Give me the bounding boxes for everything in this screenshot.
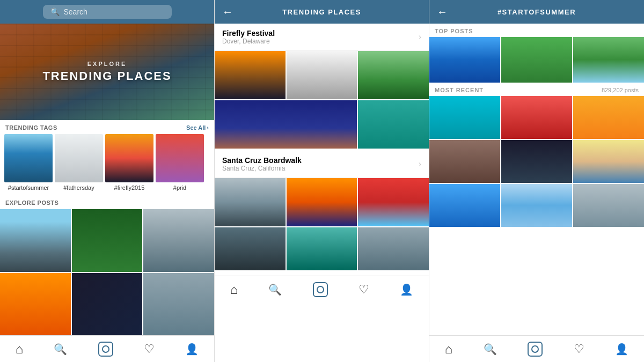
top-post-thumb[interactable] (573, 37, 644, 83)
nav-camera[interactable] (522, 339, 548, 359)
chevron-right-icon: › (419, 159, 421, 169)
recent-thumb[interactable] (573, 140, 644, 183)
place-location: Dover, Delaware (222, 38, 275, 45)
camera-icon (98, 342, 113, 357)
santacruz-photos (215, 178, 429, 226)
hero-text: EXPLORE TRENDING PLACES (42, 61, 171, 83)
nav-home[interactable]: ⌂ (440, 339, 458, 359)
tag-item[interactable]: #startofsummer (4, 134, 53, 191)
see-all-button[interactable]: See All › (186, 124, 209, 131)
mid-bottom-nav: ⌂ 🔍 ♡ 👤 (215, 276, 429, 302)
chevron-right-icon: › (207, 124, 209, 131)
photo-thumb[interactable] (287, 227, 357, 276)
search-nav-icon: 🔍 (268, 283, 282, 296)
post-cell[interactable] (143, 273, 214, 336)
back-arrow-icon[interactable]: ← (222, 6, 233, 18)
photo-thumb[interactable] (287, 51, 357, 99)
nav-search[interactable]: 🔍 (478, 341, 502, 358)
left-panel: 🔍 Search EXPLORE TRENDING PLACES TRENDIN… (0, 0, 215, 362)
photo-thumb[interactable] (358, 100, 429, 149)
tag-item[interactable]: #prid (156, 134, 204, 191)
recent-thumb[interactable] (429, 140, 500, 183)
profile-icon: 👤 (615, 343, 628, 356)
camera-icon (528, 342, 543, 357)
tag-thumb (4, 134, 53, 182)
post-cell[interactable] (0, 273, 71, 336)
post-cell[interactable] (72, 209, 143, 272)
top-post-thumb[interactable] (501, 37, 572, 83)
nav-heart[interactable]: ♡ (353, 280, 375, 299)
photo-thumb[interactable] (358, 227, 429, 276)
photo-thumb[interactable] (215, 51, 286, 99)
nav-profile[interactable]: 👤 (610, 341, 634, 358)
explore-posts-label: EXPLORE POSTS (5, 200, 58, 206)
nav-heart[interactable]: ♡ (138, 340, 160, 358)
top-posts-label: TOP POSTS (429, 24, 644, 37)
see-all-text: See All (186, 124, 206, 131)
heart-icon: ♡ (144, 342, 155, 356)
post-cell[interactable] (143, 209, 214, 272)
recent-thumb[interactable] (501, 140, 572, 183)
bottom-nav: ⌂ 🔍 ♡ 👤 (0, 335, 214, 362)
back-arrow-icon[interactable]: ← (437, 6, 448, 18)
hero-main-label: TRENDING PLACES (42, 69, 171, 83)
nav-camera[interactable] (308, 280, 333, 299)
post-cell[interactable] (72, 273, 143, 336)
right-top-bar: ← #STARTOFSUMMER (429, 0, 644, 24)
explore-posts-header: EXPLORE POSTS (0, 195, 214, 209)
recent-thumb[interactable] (429, 184, 500, 227)
top-post-thumb[interactable] (429, 37, 500, 83)
mid-panel: ← TRENDING PLACES Firefly Festival Dover… (215, 0, 429, 362)
recent-thumb[interactable] (429, 96, 500, 139)
nav-camera[interactable] (93, 339, 119, 359)
tag-name: #prid (173, 184, 186, 191)
nav-home[interactable]: ⌂ (225, 280, 244, 299)
most-recent-header: MOST RECENT 829,202 posts (429, 83, 644, 96)
nav-search[interactable]: 🔍 (263, 281, 287, 298)
nav-heart[interactable]: ♡ (568, 340, 590, 358)
mid-top-bar: ← TRENDING PLACES (215, 0, 429, 24)
photo-thumb[interactable] (287, 178, 357, 226)
chevron-right-icon: › (419, 32, 421, 42)
nav-search[interactable]: 🔍 (48, 341, 72, 358)
recent-thumb[interactable] (573, 184, 644, 227)
tags-row: #startofsummer #fathersday #firefly2015 … (0, 134, 214, 195)
trending-tags-header: TRENDING TAGS See All › (0, 120, 214, 134)
tag-name: #firefly2015 (114, 184, 145, 191)
photo-thumb[interactable] (215, 178, 286, 226)
recent-thumb[interactable] (501, 184, 572, 227)
tag-item[interactable]: #fathersday (55, 134, 103, 191)
right-title: #STARTOFSUMMER (497, 8, 576, 16)
tag-thumb (55, 134, 103, 182)
search-bar[interactable]: 🔍 Search (0, 0, 214, 24)
top-posts-grid (429, 37, 644, 83)
nav-profile[interactable]: 👤 (180, 341, 204, 358)
mid-title: TRENDING PLACES (282, 8, 361, 16)
camera-icon (313, 282, 328, 297)
tag-item[interactable]: #firefly2015 (105, 134, 153, 191)
recent-thumb[interactable] (573, 96, 644, 139)
tag-thumb (105, 134, 153, 182)
place-item-firefly[interactable]: Firefly Festival Dover, Delaware › (215, 24, 429, 51)
trending-tags-label: TRENDING TAGS (5, 124, 57, 131)
recent-thumb[interactable] (501, 96, 572, 139)
photo-thumb[interactable] (358, 51, 429, 99)
profile-icon: 👤 (400, 283, 413, 296)
photo-thumb[interactable] (215, 227, 286, 276)
santacruz-extra (215, 227, 429, 276)
place-name: Santa Cruz Boardwalk (222, 156, 302, 165)
place-info: Santa Cruz Boardwalk Santa Cruz, Califor… (222, 156, 302, 172)
nav-home[interactable]: ⌂ (10, 339, 29, 359)
firefly-extra-photos (215, 100, 429, 149)
place-item-santacruz[interactable]: Santa Cruz Boardwalk Santa Cruz, Califor… (215, 151, 429, 178)
photo-thumb[interactable] (215, 100, 357, 149)
search-nav-icon: 🔍 (484, 343, 497, 356)
right-panel: ← #STARTOFSUMMER TOP POSTS MOST RECENT 8… (429, 0, 644, 362)
explore-posts-grid (0, 209, 214, 335)
nav-profile[interactable]: 👤 (394, 281, 419, 298)
photo-thumb[interactable] (358, 178, 429, 226)
tag-thumb (156, 134, 204, 182)
search-input[interactable]: 🔍 Search (43, 5, 172, 19)
post-cell[interactable] (0, 209, 71, 272)
tag-name: #fathersday (63, 184, 94, 191)
